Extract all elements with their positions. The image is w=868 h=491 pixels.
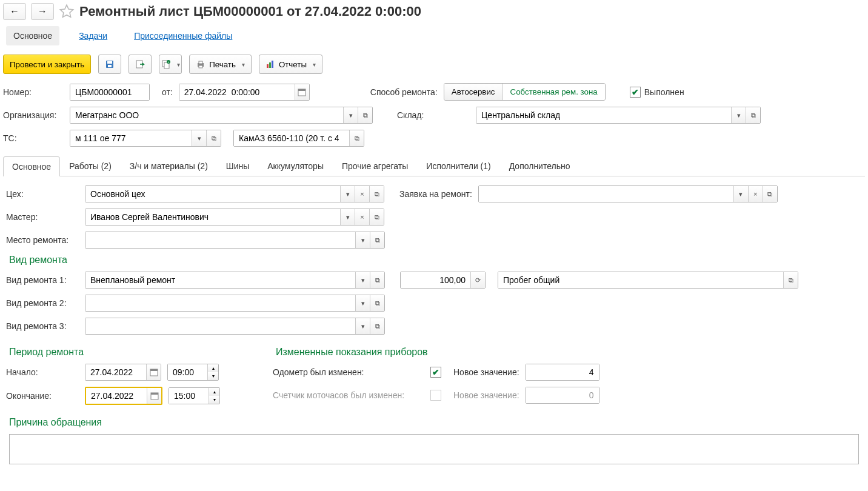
ts-plate-field[interactable]: ▾ ⧉ [70, 130, 221, 147]
dropdown-icon[interactable]: ▾ [355, 295, 370, 311]
dropdown-icon[interactable]: ▾ [340, 209, 355, 225]
reason-textarea[interactable] [9, 434, 859, 464]
svg-rect-19 [151, 393, 158, 395]
save-button[interactable] [98, 55, 121, 74]
odometer-value-field[interactable]: ⟳ [400, 272, 486, 289]
toolbar: Провести и закрыть + Печать Отчеты [3, 55, 865, 74]
svg-text:+: + [167, 60, 169, 64]
back-button[interactable]: ← [3, 3, 26, 20]
copy-button[interactable]: + [159, 55, 182, 74]
repair-type2-label: Вид ремонта 2: [6, 298, 79, 308]
open-icon[interactable]: ⧉ [370, 232, 384, 248]
refresh-icon[interactable]: ⟳ [470, 272, 485, 288]
clear-icon[interactable]: × [748, 186, 763, 202]
dropdown-icon[interactable]: ▾ [733, 186, 748, 202]
spin-down[interactable]: ▾ [209, 396, 219, 404]
open-icon[interactable]: ⧉ [746, 107, 760, 123]
end-label: Окончание: [6, 391, 79, 401]
repair-type2-field[interactable]: ▾ ⧉ [85, 295, 385, 312]
start-date-field[interactable] [85, 364, 161, 381]
tab-main-top[interactable]: Основное [6, 26, 59, 45]
tab-files[interactable]: Присоединенные файлы [127, 26, 239, 45]
repair-type-section: Вид ремонта [9, 255, 862, 266]
open-icon[interactable]: ⧉ [369, 186, 384, 202]
reports-button[interactable]: Отчеты [259, 55, 322, 74]
svg-rect-9 [199, 61, 202, 64]
open-icon[interactable]: ⧉ [370, 318, 384, 334]
tab-batteries[interactable]: Аккумуляторы [258, 156, 333, 176]
print-button[interactable]: Печать [189, 55, 252, 74]
svg-rect-1 [107, 61, 112, 64]
dropdown-icon[interactable]: ▾ [343, 107, 358, 123]
spin-up[interactable]: ▴ [207, 364, 218, 372]
open-icon[interactable]: ⧉ [370, 272, 384, 288]
end-date-field[interactable] [85, 387, 162, 405]
new-odometer-field[interactable] [526, 364, 599, 381]
open-icon[interactable]: ⧉ [206, 130, 221, 146]
svg-rect-2 [108, 65, 112, 67]
mileage-type-field[interactable]: ⧉ [498, 272, 798, 289]
dropdown-icon[interactable]: ▾ [355, 232, 370, 248]
repair-place-field[interactable]: ▾ ⧉ [85, 232, 385, 249]
open-icon[interactable]: ⧉ [783, 272, 798, 288]
motohours-changed-checkbox[interactable] [430, 390, 441, 401]
master-field[interactable]: ▾ × ⧉ [85, 209, 384, 225]
org-label: Организация: [3, 110, 64, 120]
dropdown-icon[interactable]: ▾ [340, 186, 355, 202]
odometer-changed-label: Одометр был изменен: [273, 367, 424, 377]
shop-label: Цех: [6, 189, 79, 199]
repair-type3-field[interactable]: ▾ ⧉ [85, 318, 385, 335]
open-icon[interactable]: ⧉ [349, 130, 364, 146]
ts-model-field[interactable]: ⧉ [233, 130, 364, 147]
spin-up[interactable]: ▴ [209, 388, 219, 396]
start-label: Начало: [6, 367, 79, 377]
shop-field[interactable]: ▾ × ⧉ [85, 185, 384, 202]
calendar-icon[interactable] [295, 84, 309, 100]
warehouse-field[interactable]: ▾ ⧉ [476, 107, 761, 124]
submit-close-button[interactable]: Провести и закрыть [3, 55, 91, 74]
repair-request-field[interactable]: ▾ × ⧉ [478, 185, 778, 202]
dropdown-icon[interactable]: ▾ [355, 318, 370, 334]
done-checkbox[interactable]: ✔ Выполнен [630, 87, 684, 98]
motohours-changed-label: Счетчик моточасов был изменен: [273, 390, 424, 400]
tab-main[interactable]: Основное [3, 156, 60, 176]
tab-units[interactable]: Прочие агрегаты [333, 156, 417, 176]
tab-tires[interactable]: Шины [217, 156, 258, 176]
open-icon[interactable]: ⧉ [358, 107, 372, 123]
date-field[interactable] [179, 84, 310, 101]
end-time-field[interactable]: ▴▾ [169, 387, 220, 404]
detail-tabs: Основное Работы (2) З/ч и материалы (2) … [3, 156, 865, 176]
org-field[interactable]: ▾ ⧉ [70, 107, 373, 124]
star-icon[interactable] [59, 4, 75, 19]
open-icon[interactable]: ⧉ [369, 209, 384, 225]
start-time-field[interactable]: ▴▾ [167, 364, 219, 381]
odometer-changed-checkbox[interactable]: ✔ [430, 367, 441, 378]
process-button[interactable] [129, 55, 152, 74]
open-icon[interactable]: ⧉ [763, 186, 777, 202]
tab-workers[interactable]: Исполнители (1) [417, 156, 499, 176]
number-label: Номер: [3, 87, 64, 97]
method-own-zone[interactable]: Собственная рем. зона [503, 84, 605, 100]
clear-icon[interactable]: × [355, 209, 369, 225]
svg-rect-15 [298, 89, 305, 91]
dropdown-icon[interactable]: ▾ [355, 272, 370, 288]
ts-label: ТС: [3, 133, 64, 143]
tab-works[interactable]: Работы (2) [60, 156, 121, 176]
new-motohours-field[interactable] [526, 387, 599, 404]
repair-type1-field[interactable]: ▾ ⧉ [85, 272, 385, 289]
spin-down[interactable]: ▾ [207, 372, 218, 380]
svg-rect-17 [150, 369, 158, 371]
forward-button[interactable]: → [31, 3, 54, 20]
calendar-icon[interactable] [147, 388, 161, 404]
tab-tasks[interactable]: Задачи [72, 26, 115, 45]
tab-extra[interactable]: Дополнительно [500, 156, 579, 176]
clear-icon[interactable]: × [355, 186, 369, 202]
tab-parts[interactable]: З/ч и материалы (2) [121, 156, 217, 176]
dropdown-icon[interactable]: ▾ [192, 130, 206, 146]
dropdown-icon[interactable]: ▾ [731, 107, 746, 123]
calendar-icon[interactable] [146, 364, 161, 380]
method-autoservice[interactable]: Автосервис [444, 84, 503, 100]
open-icon[interactable]: ⧉ [370, 295, 384, 311]
master-label: Мастер: [6, 212, 79, 222]
number-field[interactable] [70, 84, 150, 101]
